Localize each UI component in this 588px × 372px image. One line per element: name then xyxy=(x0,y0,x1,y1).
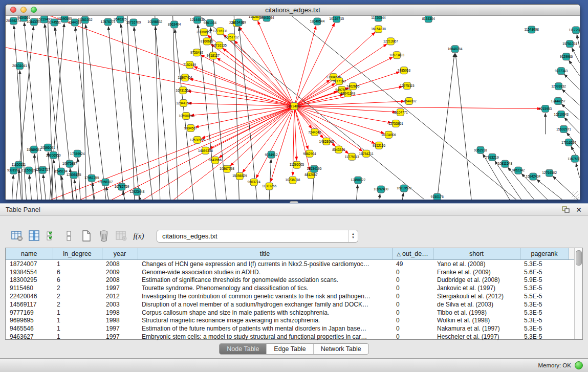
graph-node[interactable]: 11775113 xyxy=(345,153,359,160)
table-cell[interactable]: Tibbo et al. (1998) xyxy=(433,309,520,317)
graph-node[interactable]: 8134304 xyxy=(422,16,435,23)
graph-node[interactable]: 12975115 xyxy=(400,82,415,90)
graph-node[interactable]: 16716709 xyxy=(126,19,141,26)
table-cell[interactable]: 1 xyxy=(53,324,102,333)
graph-node[interactable]: 10154715 xyxy=(329,16,344,23)
table-cell[interactable]: 2 xyxy=(53,300,102,309)
column-header-out_de[interactable]: △out_de… xyxy=(392,248,433,260)
graph-node[interactable]: 7152449 xyxy=(183,61,197,69)
table-cell[interactable]: 1998 xyxy=(102,309,138,317)
graph-node[interactable]: 10196532 xyxy=(147,18,162,26)
table-cell[interactable]: 0 xyxy=(392,309,433,317)
table-cell[interactable]: 18724007 xyxy=(6,260,53,268)
table-cell[interactable]: 1997 xyxy=(102,324,138,333)
table-cell[interactable]: 2003 xyxy=(102,300,138,309)
graph-node[interactable]: 12093832 xyxy=(551,83,566,90)
table-cell[interactable]: de Silva et al. (2003) xyxy=(433,300,520,309)
graph-node[interactable]: 20531041 xyxy=(12,62,27,70)
graph-node[interactable]: 12213967 xyxy=(383,38,398,45)
table-cell[interactable]: Stergiakouli et al. (2012) xyxy=(433,292,520,300)
delete-trash-button[interactable] xyxy=(96,229,112,243)
graph-node[interactable]: 16104771 xyxy=(393,108,408,116)
graph-node[interactable]: 18443044 xyxy=(259,16,274,21)
table-cell[interactable]: 18300295 xyxy=(6,276,53,285)
table-row[interactable]: 946554611997Estimation of the future num… xyxy=(6,324,574,333)
table-cell[interactable]: Investigating the contribution of common… xyxy=(138,292,392,300)
table-cell[interactable]: 0 xyxy=(392,284,433,292)
table-cell[interactable]: 0 xyxy=(392,324,433,333)
graph-node[interactable]: 19958107 xyxy=(98,179,113,186)
function-builder-button[interactable]: f(x) xyxy=(131,229,146,243)
table-cell[interactable]: 5.3E-5 xyxy=(520,260,569,268)
graph-node[interactable]: 9129966 xyxy=(560,53,573,60)
graph-node[interactable]: 16782759 xyxy=(115,183,129,190)
graph-node[interactable]: 18040544 xyxy=(310,18,324,25)
graph-node[interactable]: 12342757 xyxy=(35,166,50,173)
table-cell[interactable]: 5.3E-5 xyxy=(520,300,569,309)
table-cell[interactable]: 9463627 xyxy=(6,333,53,341)
table-cell[interactable]: 49 xyxy=(392,260,433,268)
toggle-rows-button[interactable] xyxy=(61,229,77,243)
graph-node[interactable]: 17359924 xyxy=(70,150,85,157)
table-cell[interactable]: 0 xyxy=(392,333,433,341)
graph-node[interactable]: 9603724 xyxy=(248,179,261,186)
column-header-in_degree[interactable]: in_degree xyxy=(53,248,102,260)
table-cell[interactable]: 19384554 xyxy=(6,268,53,276)
table-cell[interactable]: 5.3E-5 xyxy=(520,317,569,325)
graph-node[interactable]: 10590094 xyxy=(179,112,193,119)
table-cell[interactable]: Jankovic et al. (1997) xyxy=(433,284,520,292)
graph-node[interactable]: 10811548 xyxy=(498,160,513,167)
table-cell[interactable]: 14569117 xyxy=(6,300,53,309)
table-cell[interactable]: 9777169 xyxy=(6,309,53,317)
graph-node[interactable]: 12753951 xyxy=(388,120,403,127)
table-row[interactable]: 911546021997Tourette syndrome. Phenomeno… xyxy=(6,284,574,292)
graph-node[interactable]: 10236018 xyxy=(286,177,300,184)
graph-node[interactable]: 12530955 xyxy=(190,136,205,143)
table-scrollbar-thumb[interactable] xyxy=(576,250,582,266)
graph-node[interactable]: 9546325 xyxy=(114,16,127,23)
column-header-name[interactable]: name xyxy=(6,248,53,260)
new-table-button[interactable] xyxy=(79,229,94,243)
table-cell[interactable]: 6 xyxy=(53,268,102,276)
table-cell[interactable]: 2 xyxy=(53,284,102,292)
float-panel-icon[interactable] xyxy=(562,206,570,213)
graph-node[interactable]: 12764502 xyxy=(542,169,557,177)
table-cell[interactable]: 9115460 xyxy=(6,284,53,292)
table-cell[interactable]: 1 xyxy=(53,333,102,341)
graph-node[interactable]: 16154838 xyxy=(371,26,386,33)
table-source-dropdown[interactable]: citations_edges.txt ▲▼ xyxy=(157,230,358,243)
graph-node[interactable]: 7993219 xyxy=(486,154,499,161)
table-cell[interactable]: 2008 xyxy=(102,276,138,285)
table-cell[interactable]: 6 xyxy=(53,276,102,285)
table-cell[interactable]: 1998 xyxy=(102,317,138,325)
table-cell[interactable]: 9699695 xyxy=(6,317,53,325)
table-cell[interactable]: Structural magnetic resonance image aver… xyxy=(138,317,392,325)
close-panel-icon[interactable]: ✕ xyxy=(576,206,582,213)
table-scrollbar[interactable] xyxy=(574,248,582,339)
table-cell[interactable]: Embryonic stem cells: a model to study s… xyxy=(138,333,392,341)
table-cell[interactable]: 1997 xyxy=(102,333,138,341)
table-row[interactable]: 1456911722003Disruption of a novel membe… xyxy=(6,300,574,309)
graph-node[interactable]: 11675332 xyxy=(568,155,580,162)
graph-node[interactable]: 15751074 xyxy=(562,40,577,48)
table-cell[interactable]: 0 xyxy=(392,276,433,285)
table-row[interactable]: 977716911998Corpus callosum shape and si… xyxy=(6,309,574,317)
table-settings-button[interactable] xyxy=(9,229,25,243)
tab-node-table[interactable]: Node Table xyxy=(220,344,267,354)
table-row[interactable]: 1872400712008Changes of HCN gene express… xyxy=(6,260,574,268)
graph-node[interactable]: 11292005 xyxy=(290,161,304,168)
graph-node[interactable]: 9152126 xyxy=(373,142,386,149)
graph-node[interactable]: 16731553 xyxy=(176,87,190,94)
graph-node[interactable]: 7485063 xyxy=(398,67,411,74)
graph-node[interactable]: 7244046 xyxy=(308,128,321,136)
table-cell[interactable]: 5.5E-5 xyxy=(520,292,569,300)
graph-node[interactable]: 17251712 xyxy=(224,34,239,41)
table-cell[interactable]: 5.3E-5 xyxy=(520,333,569,341)
table-cell[interactable]: 2009 xyxy=(102,268,138,276)
graph-node[interactable]: 12450122 xyxy=(351,177,365,184)
column-header-title[interactable]: title xyxy=(138,248,392,260)
table-cell[interactable]: Corpus callosum shape and size in male p… xyxy=(138,309,392,317)
table-cell[interactable]: Franke et al. (2009) xyxy=(433,268,520,276)
graph-node[interactable]: 10595091 xyxy=(40,144,55,151)
window-resize-grip[interactable] xyxy=(572,191,579,199)
